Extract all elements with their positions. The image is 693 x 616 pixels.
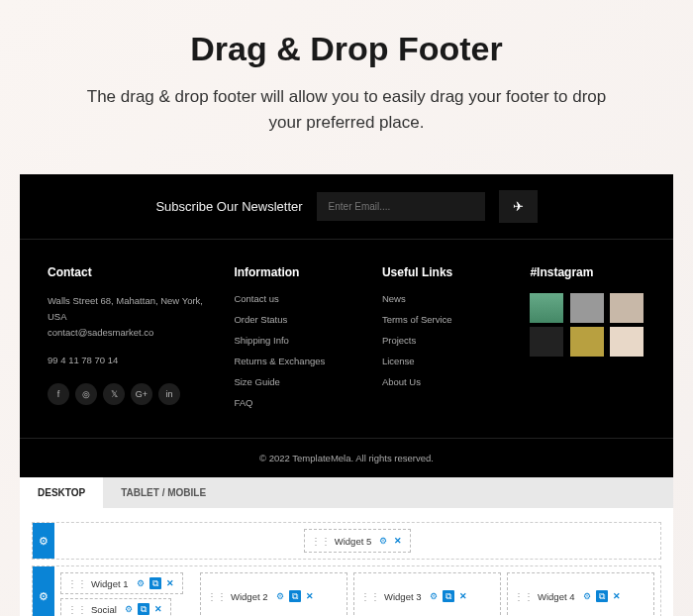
widget-3[interactable]: ⋮⋮ Widget 3 ⚙⧉✕ xyxy=(353,572,501,616)
link-terms[interactable]: Terms of Service xyxy=(382,314,511,325)
drag-icon[interactable]: ⋮⋮ xyxy=(67,578,87,589)
delete-icon[interactable]: ✕ xyxy=(392,535,404,547)
instagram-thumb[interactable] xyxy=(610,293,644,323)
link-shipping[interactable]: Shipping Info xyxy=(234,335,362,346)
link-order-status[interactable]: Order Status xyxy=(234,314,362,325)
drag-icon[interactable]: ⋮⋮ xyxy=(514,591,534,602)
duplicate-icon[interactable]: ⧉ xyxy=(289,590,301,602)
link-license[interactable]: License xyxy=(382,356,511,366)
delete-icon[interactable]: ✕ xyxy=(164,577,176,589)
device-tabs: DESKTOP TABLET / MOBILE xyxy=(20,477,673,508)
footer-col-instagram: #Instagram xyxy=(530,265,645,418)
link-returns[interactable]: Returns & Exchanges xyxy=(234,356,362,366)
widget-label: Widget 4 xyxy=(538,591,575,602)
page-title: Drag & Drop Footer xyxy=(20,30,673,68)
builder-row: ⚙ ⋮⋮ Widget 1 ⚙⧉✕ ⋮⋮ Social ⚙⧉✕ ⋮⋮ xyxy=(32,565,661,616)
widget-label: Widget 1 xyxy=(91,578,129,589)
gear-icon[interactable]: ⚙ xyxy=(123,603,135,615)
link-contact-us[interactable]: Contact us xyxy=(234,293,362,304)
builder-row: ⚙ ⋮⋮ Widget 5 ⚙ ✕ xyxy=(32,522,661,560)
send-icon: ✈ xyxy=(513,199,524,214)
information-title: Information xyxy=(234,265,362,279)
useful-title: Useful Links xyxy=(382,265,511,279)
gear-icon[interactable]: ⚙ xyxy=(581,590,593,602)
tab-desktop[interactable]: DESKTOP xyxy=(20,477,103,508)
widget-label: Widget 3 xyxy=(384,591,422,602)
gear-icon[interactable]: ⚙ xyxy=(428,590,440,602)
widget-label: Widget 5 xyxy=(335,536,372,547)
duplicate-icon[interactable]: ⧉ xyxy=(138,603,149,615)
drag-icon[interactable]: ⋮⋮ xyxy=(360,591,380,602)
widget-label: Social xyxy=(91,604,117,615)
duplicate-icon[interactable]: ⧉ xyxy=(149,577,161,589)
gear-icon[interactable]: ⚙ xyxy=(377,535,389,547)
delete-icon[interactable]: ✕ xyxy=(152,603,164,615)
newsletter-label: Subscribe Our Newsletter xyxy=(155,199,302,214)
duplicate-icon[interactable]: ⧉ xyxy=(443,590,454,602)
delete-icon[interactable]: ✕ xyxy=(304,590,316,602)
duplicate-icon[interactable]: ⧉ xyxy=(596,590,608,602)
link-faq[interactable]: FAQ xyxy=(234,397,362,408)
row-settings[interactable]: ⚙ xyxy=(33,566,54,616)
contact-address: Walls Street 68, Mahattan, New York, USA xyxy=(48,293,214,325)
widget-5[interactable]: ⋮⋮ Widget 5 ⚙ ✕ xyxy=(304,529,412,553)
instagram-thumb[interactable] xyxy=(610,327,644,357)
newsletter-input[interactable] xyxy=(317,192,485,221)
footer-builder: DESKTOP TABLET / MOBILE ⚙ ⋮⋮ Widget 5 ⚙ … xyxy=(20,477,673,616)
widget-label: Widget 2 xyxy=(231,591,268,602)
newsletter-bar: Subscribe Our Newsletter ✈ xyxy=(20,174,673,240)
google-plus-icon[interactable]: G+ xyxy=(131,383,152,405)
instagram-thumb[interactable] xyxy=(570,293,604,323)
widget-social[interactable]: ⋮⋮ Social ⚙⧉✕ xyxy=(60,598,171,616)
facebook-icon[interactable]: f xyxy=(48,383,69,405)
tab-mobile[interactable]: TABLET / MOBILE xyxy=(103,477,224,508)
twitter-icon[interactable]: 𝕏 xyxy=(103,383,125,405)
gear-icon[interactable]: ⚙ xyxy=(135,577,147,589)
widget-4[interactable]: ⋮⋮ Widget 4 ⚙⧉✕ xyxy=(507,572,654,616)
footer-col-contact: Contact Walls Street 68, Mahattan, New Y… xyxy=(48,265,214,418)
contact-email: contact@sadesmarket.co xyxy=(48,325,214,341)
gear-icon: ⚙ xyxy=(39,535,49,548)
widget-2[interactable]: ⋮⋮ Widget 2 ⚙⧉✕ xyxy=(200,572,347,616)
drag-icon[interactable]: ⋮⋮ xyxy=(311,536,331,547)
gear-icon: ⚙ xyxy=(39,590,49,603)
newsletter-submit[interactable]: ✈ xyxy=(499,190,538,223)
link-about[interactable]: About Us xyxy=(382,376,511,387)
link-projects[interactable]: Projects xyxy=(382,335,511,346)
instagram-thumb[interactable] xyxy=(570,327,604,357)
footer-col-information: Information Contact us Order Status Ship… xyxy=(234,265,362,418)
instagram-title: #Instagram xyxy=(530,265,645,279)
linkedin-icon[interactable]: in xyxy=(158,383,180,405)
delete-icon[interactable]: ✕ xyxy=(611,590,623,602)
gear-icon[interactable]: ⚙ xyxy=(274,590,286,602)
page-subtitle: The drag & drop footer will allow you to… xyxy=(79,84,614,135)
instagram-thumb[interactable] xyxy=(530,327,563,357)
footer-preview: Subscribe Our Newsletter ✈ Contact Walls… xyxy=(20,174,673,477)
instagram-thumb[interactable] xyxy=(530,293,563,323)
copyright-text: © 2022 TemplateMela. All rights reserved… xyxy=(20,438,673,477)
row-settings[interactable]: ⚙ xyxy=(33,523,54,559)
widget-1[interactable]: ⋮⋮ Widget 1 ⚙⧉✕ xyxy=(60,572,183,594)
contact-phone: 99 4 11 78 70 14 xyxy=(48,353,214,368)
contact-title: Contact xyxy=(48,265,214,279)
link-news[interactable]: News xyxy=(382,293,511,304)
footer-col-useful: Useful Links News Terms of Service Proje… xyxy=(382,265,511,418)
drag-icon[interactable]: ⋮⋮ xyxy=(207,591,227,602)
instagram-icon[interactable]: ◎ xyxy=(75,383,97,405)
drag-icon[interactable]: ⋮⋮ xyxy=(67,604,87,615)
delete-icon[interactable]: ✕ xyxy=(457,590,469,602)
link-size-guide[interactable]: Size Guide xyxy=(234,376,362,387)
